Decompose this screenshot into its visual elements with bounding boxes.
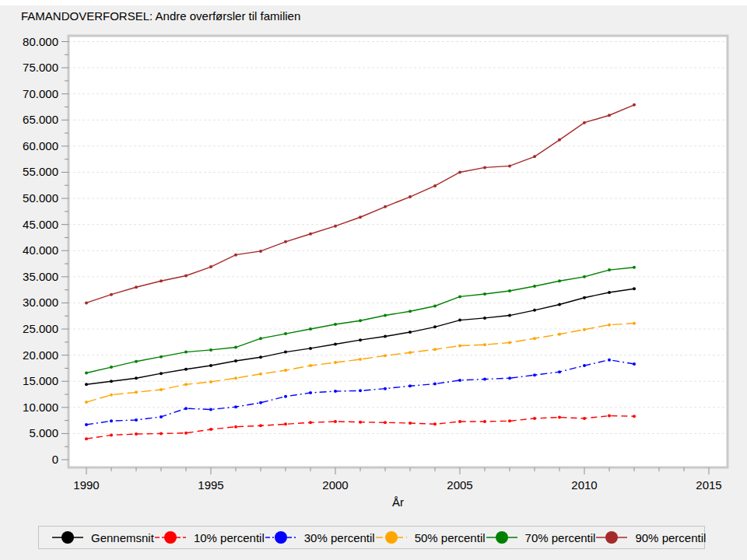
x-axis: 199019952000200520102015	[73, 467, 721, 492]
legend-item-70-percentil: 70% percentil	[486, 530, 596, 545]
legend-marker-30-percentil-icon	[265, 530, 297, 545]
legend-item-30-percentil: 30% percentil	[265, 530, 375, 545]
legend-label: 90% percentil	[635, 531, 706, 544]
y-tick-label: 55.000	[23, 165, 58, 178]
legend-marker-gennemsnit-icon	[51, 530, 84, 545]
y-tick-label: 50.000	[23, 191, 58, 205]
y-tick-label: 30.000	[23, 296, 58, 309]
y-tick-label: 40.000	[23, 243, 58, 257]
y-tick-label: 20.000	[23, 348, 58, 362]
legend-label: 10% percentil	[194, 531, 265, 544]
y-tick-label: 70.000	[23, 87, 58, 100]
y-tick-label: 35.000	[23, 270, 58, 283]
legend-item-gennemsnit: Gennemsnit	[51, 530, 154, 545]
chart-canvas: 05.00010.00015.00020.00025.00030.00035.0…	[0, 0, 747, 513]
y-tick-label: 15.000	[23, 374, 58, 387]
x-axis-title: År	[68, 495, 728, 509]
y-axis: 05.00010.00015.00020.00025.00030.00035.0…	[23, 35, 68, 467]
y-tick-label: 75.000	[23, 61, 58, 74]
legend-marker-90-percentil-icon	[595, 530, 628, 545]
legend-label: Gennemsnit	[91, 531, 154, 544]
y-tick-label: 5.000	[29, 426, 58, 439]
y-tick-label: 25.000	[23, 322, 58, 335]
legend-item-10-percentil: 10% percentil	[154, 530, 265, 545]
y-tick-label: 0	[52, 453, 58, 466]
plot-area	[68, 36, 728, 467]
x-tick-label: 1990	[73, 478, 99, 492]
legend-item-90-percentil: 90% percentil	[595, 530, 706, 545]
y-tick-label: 80.000	[23, 35, 58, 48]
legend-item-50-percentil: 50% percentil	[375, 530, 486, 545]
y-tick-label: 10.000	[23, 401, 58, 414]
x-tick-label: 2005	[447, 478, 472, 492]
legend-label: 70% percentil	[525, 531, 596, 544]
x-tick-label: 2000	[322, 478, 348, 492]
y-tick-label: 60.000	[23, 139, 58, 152]
y-tick-label: 65.000	[23, 113, 58, 126]
legend-marker-70-percentil-icon	[486, 530, 518, 545]
x-tick-label: 2010	[571, 478, 597, 492]
chart-window: FAMANDOVERFORSEL: Andre overførsler til …	[0, 0, 747, 560]
x-tick-label: 1995	[198, 478, 223, 492]
legend-label: 50% percentil	[415, 531, 486, 544]
y-tick-label: 45.000	[23, 218, 58, 231]
legend-label: 30% percentil	[304, 531, 375, 544]
x-tick-label: 2015	[696, 478, 721, 492]
legend-marker-10-percentil-icon	[154, 530, 187, 545]
legend-marker-50-percentil-icon	[375, 530, 408, 545]
legend-box: Gennemsnit10% percentil30% percentil50% …	[38, 526, 705, 549]
